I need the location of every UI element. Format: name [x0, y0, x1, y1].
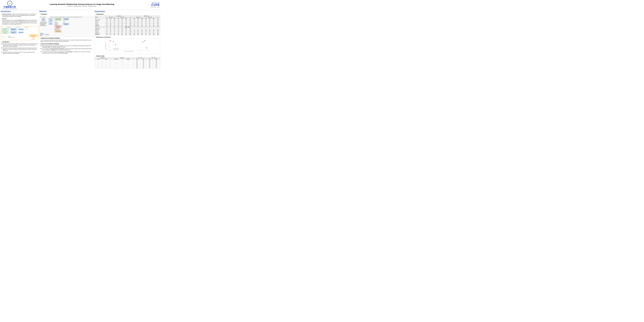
- fw-label-extraction: Feature Extraction: [40, 17, 50, 18]
- ablation-bullet: • Ablation Study: [95, 55, 160, 57]
- ablation-row: ✓✓✓82.295.562.686.4: [95, 66, 160, 67]
- table-cell-method: HREM (Full)*: [95, 34, 105, 35]
- table-cell-f_r1: 81.7: [105, 30, 109, 32]
- table-cell-c_sum: 523.5: [156, 29, 160, 30]
- table-cell-c_t5: 90.1: [148, 24, 152, 25]
- two-cross-modal-box: Two Cross-modalRelation InteractionMecha…: [54, 25, 62, 28]
- th-r10-fi: R@10: [112, 18, 117, 19]
- table-cell-f_t5: 85.1: [120, 24, 124, 25]
- table-cell-c_r5: 95.7: [136, 23, 140, 24]
- introduction-column: Introduction: • Image-text matching, a b…: [1, 10, 38, 80]
- table-cell-c_r5: 95.1: [136, 20, 140, 22]
- table-cell-f_r5: 94.9: [109, 23, 112, 24]
- ablation-cell-textual: ✓: [102, 67, 110, 68]
- table-cell-c_t1: 63.7: [144, 25, 148, 26]
- table-cell-f_t10: 91.5: [124, 30, 128, 32]
- ablation-cell-inter: ✓: [122, 67, 134, 68]
- textual-features-box: Textual localfeatures: [2, 31, 8, 34]
- ablation-cell-img_r5: 94.9: [140, 60, 147, 61]
- arrow-5: →: [17, 32, 18, 33]
- table-cell-c_t5: 89.4: [148, 20, 152, 22]
- separator-cell: Region + BERT: [95, 26, 160, 28]
- table-cell-c_t1: [144, 28, 148, 29]
- intra-attention-v: IntraAttention: [48, 20, 53, 22]
- table-row: MY 202279.094.997.759.184.690.6505.878.7…: [95, 23, 160, 24]
- bullet-dot-perf: •: [95, 36, 96, 38]
- ablation-cell-textual: ✓: [102, 62, 110, 64]
- cross-embedding-label: Cross-EmbeddingAssociation Graph: [54, 28, 62, 30]
- ablation-cell-visual: [95, 60, 102, 61]
- table-row: CAMERA 202077.596.398.863.490.995.8522.7: [95, 28, 160, 29]
- paper-title: Learning Semantic Relationship Among Ins…: [20, 3, 144, 5]
- table-header-row-1: Method Flickr30K 1K MS-COCO 1K: [95, 16, 160, 17]
- motivation-title: Motivation: [2, 18, 38, 20]
- table-cell-f_sum: 522.7: [128, 28, 132, 29]
- ablation-cell-img_r1: 81.8: [134, 61, 140, 62]
- fw-visual-path: Faster-RCNN N image-text pairs A man hol…: [40, 18, 93, 32]
- table-cell-method: GPO 2021: [95, 22, 105, 23]
- table-cell-f_r10: 97.6: [112, 30, 117, 32]
- methods-title: Methods:: [40, 10, 94, 12]
- table-cell-f_r10: 97.7: [112, 22, 117, 23]
- work-labels: Previous work Holisticembedding space In…: [2, 34, 38, 40]
- performance-chart: Average of R@1 (I2T + T2I) Run-time over…: [96, 39, 160, 53]
- th-fragment-level: Fragment-level: [95, 58, 110, 58]
- th-text-img-c: TEXT → IMG: [144, 17, 156, 18]
- bullet-motivation: • Motivation Previous studies only focus…: [1, 18, 38, 24]
- contrib-a: a) We argue that sample relations help l…: [1, 43, 38, 47]
- table-cell-c_t10: [152, 28, 156, 29]
- contribution-section: • Contribution a) We argue that sample r…: [1, 41, 38, 55]
- table-cell-f_t10: 91.4: [124, 32, 128, 33]
- table-cell-c_t10: 96.1: [152, 32, 156, 33]
- th-img-text-abl: IMG → TEXT: [134, 58, 147, 58]
- ablation-cell-text_r1: 62.3: [146, 60, 152, 61]
- table-cell-f_t1: 63.5: [117, 33, 120, 34]
- instance-text-a: Given multiple image-text pairs and thei…: [42, 45, 94, 48]
- table-cell-c_sum: 516.8: [156, 19, 160, 20]
- table-cell-method: Region + BiGRU: [95, 19, 105, 20]
- table-cell-f_t5: 80.4: [120, 20, 124, 22]
- table-row: VSRN 202279.294.697.460.686.591.4508.977…: [95, 32, 160, 33]
- contrib-letter-b: b): [1, 48, 2, 51]
- motivation-block: Motivation Previous studies only focus o…: [2, 18, 38, 24]
- bullet-dot: •: [1, 14, 2, 17]
- arrow-1: →: [9, 29, 10, 30]
- ablation-cell-textual: ✓: [102, 65, 110, 66]
- initial-textual-label: Initial textualembeddings: [54, 24, 62, 25]
- ablation-cell-text_r5: 85.3: [153, 64, 160, 65]
- instance-item-a: a) Given multiple image-text pairs and t…: [40, 45, 94, 48]
- table-cell-c_t5: 92.0: [148, 34, 152, 35]
- ablation-header-2: Visual Textual Intra-modal Inter-modal R…: [95, 58, 160, 60]
- instance-text-c: The instance-level relation modeling is …: [42, 51, 94, 54]
- th-r1-ct: R@1: [144, 18, 148, 19]
- ablation-cell-textual: ✓: [102, 66, 110, 67]
- table-cell-f_r10: 97.4: [112, 24, 117, 25]
- legend-triangle-icon: ▲: [114, 49, 114, 50]
- ablation-cell-intra: [110, 61, 122, 62]
- th-img-text-f: IMG → TEXT: [105, 17, 117, 18]
- ablation-cell-img_r1: 83.3: [134, 67, 140, 68]
- ablation-cell-img_r1: 83.1: [134, 62, 140, 64]
- table-cell-c_t1: 64.1: [144, 32, 148, 33]
- table-cell-f_t10: 91.3: [124, 25, 128, 26]
- ablation-table: Fragment-level Instance-level IMG → TEXT…: [95, 57, 160, 68]
- table-cell-c_r10: 99.0: [140, 34, 144, 35]
- table-cell-c_t10: 96.5: [152, 33, 156, 34]
- table-cell-f_t10: 91.2: [124, 24, 128, 25]
- th-r5-ct: R@5: [148, 18, 152, 19]
- table-cell-f_r10: 98.8: [112, 28, 117, 29]
- table-cell-f_t5: 85.9: [120, 30, 124, 32]
- th-text-img-f: TEXT → IMG: [117, 17, 128, 18]
- table-cell-c_t1: 61.7: [144, 22, 148, 23]
- framework-bullet: • Framework: [40, 14, 94, 15]
- table-cell-c_r10: 98.9: [140, 33, 144, 34]
- ablation-row: ✓✓80.194.860.985.3: [95, 64, 160, 65]
- sgraf-label: SGRAF: [142, 41, 144, 42]
- connection-relation-box: Connection RelationIdentifying Module: [54, 18, 62, 20]
- table-cell-c_t10: 95.4: [152, 24, 156, 25]
- university-logo: 1958 中国科技大学 University of Science and Te…: [2, 1, 18, 9]
- table-cell-c_r10: 98.7: [140, 24, 144, 25]
- table-cell-c_t5: 91.4: [148, 30, 152, 32]
- ablation-cell-visual: ✓: [95, 66, 102, 67]
- ablation-cell-text_r1: 62.4: [146, 61, 152, 62]
